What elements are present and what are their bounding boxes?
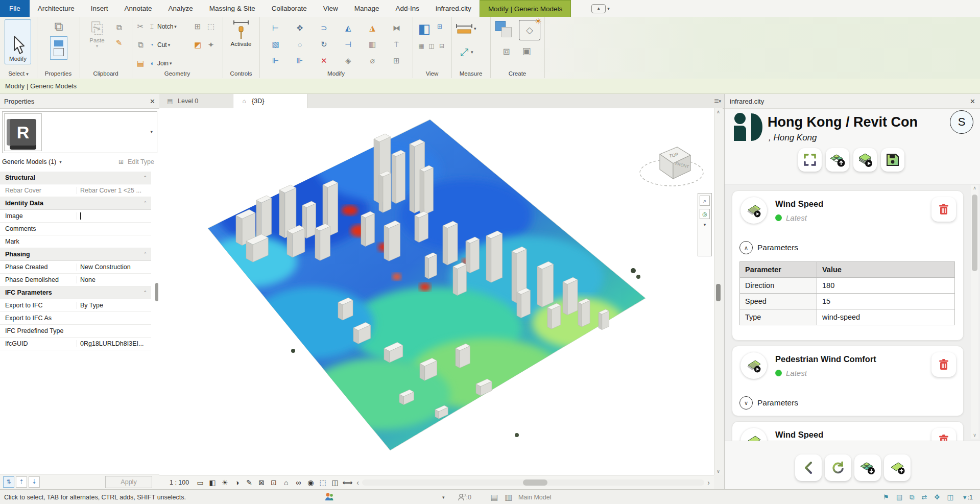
properties-close-icon[interactable]: ✕ <box>150 98 155 105</box>
active-workset-label[interactable]: Main Model <box>518 494 552 501</box>
array-group-icon[interactable]: ⊞ <box>391 55 402 66</box>
view-box-icon[interactable]: ◧ <box>417 21 432 36</box>
trim-icon[interactable]: ⊣ <box>343 39 354 50</box>
worksharing-icon[interactable] <box>324 492 335 502</box>
tab-analyze[interactable]: Analyze <box>160 0 201 17</box>
mirror-draw-icon[interactable]: ◮ <box>367 22 378 34</box>
section-identity-data[interactable]: Identity Data⌃ <box>0 197 151 210</box>
rotate-icon[interactable]: ↻ <box>318 39 329 50</box>
tab-view[interactable]: View <box>315 0 346 17</box>
create-assembly-icon[interactable] <box>495 21 513 38</box>
circle-tool-icon[interactable]: ◌ <box>294 39 305 50</box>
wall-opening-icon[interactable]: ⬚ <box>205 21 217 32</box>
tab-architecture[interactable]: Architecture <box>30 0 83 17</box>
extend-icon[interactable]: ⊪ <box>294 55 305 66</box>
navbar-expand-caret-icon[interactable]: ▾ <box>704 222 706 227</box>
viewport-vertical-scrollbar[interactable]: ∧ ∨ <box>714 108 723 475</box>
measure-constraints-icon[interactable]: ⟺ <box>341 478 353 487</box>
worksets-caret-icon[interactable]: ▾ <box>442 495 445 500</box>
expand-view-button[interactable] <box>798 148 822 172</box>
user-avatar[interactable]: S <box>950 110 973 134</box>
measure-button[interactable]: ▾ <box>456 23 476 34</box>
family-types-icon[interactable]: ⧉ <box>51 20 66 33</box>
demolish-hammer-icon[interactable]: ✦ <box>205 39 217 51</box>
mirror-axis-icon[interactable]: ◭ <box>343 22 354 34</box>
type-selector-value[interactable]: Generic Models (1) <box>2 158 56 165</box>
view-close-icon[interactable]: ⊟ <box>437 41 446 51</box>
tab-manage[interactable]: Manage <box>346 0 388 17</box>
view-split-icon[interactable]: ◫ <box>427 41 436 51</box>
copy-to-clipboard-icon[interactable]: ⧉ <box>113 22 125 33</box>
delete-card-button[interactable] <box>931 352 956 377</box>
create-parts-icon[interactable]: ⧈ <box>499 45 514 57</box>
type-filter-caret-icon[interactable]: ▾ <box>59 159 62 164</box>
run-analysis-button[interactable] <box>853 148 877 172</box>
ribbon-collapse-icon[interactable]: ▲ <box>591 4 606 13</box>
match-type-icon[interactable]: ✎ <box>113 37 125 49</box>
ribbon-state-toggle[interactable]: ▲ ▾ <box>591 0 610 17</box>
sun-settings-icon[interactable]: ☀ <box>219 478 231 487</box>
property-row[interactable]: IfcGUID0Rg18LURLDh8I3EI... <box>0 338 151 350</box>
viewport-horizontal-scrollbar[interactable] <box>362 479 704 486</box>
cope-icon[interactable]: ⊞ <box>192 21 203 32</box>
scroll-down-icon[interactable]: ∨ <box>715 469 721 474</box>
scroll-thumb[interactable] <box>716 284 721 301</box>
scroll-thumb[interactable] <box>972 195 977 271</box>
aligned-dimension-button[interactable]: ⤢ ▾ <box>459 46 473 58</box>
split-icon[interactable]: ⧓ <box>391 22 402 34</box>
tab-modify-generic-models[interactable]: Modify | Generic Models <box>480 0 571 17</box>
selection-filter[interactable]: ▼ :1 <box>962 494 973 501</box>
group-label-select[interactable]: Select ▾ <box>0 70 37 77</box>
property-row[interactable]: Export to IFC As <box>0 312 151 325</box>
offset-icon[interactable]: ⊃ <box>318 22 329 34</box>
table-row[interactable]: Typewind-speed <box>740 309 955 325</box>
paste-button[interactable]: ⎘ Paste ▾ <box>84 19 110 49</box>
editing-requests[interactable]: :0 <box>458 493 471 501</box>
card-list-scrollbar[interactable]: ∧ ∨ <box>971 185 978 439</box>
section-phasing[interactable]: Phasing⌃ <box>0 248 151 261</box>
design-options-icon[interactable]: ⚑ <box>883 493 889 501</box>
section-ifc-parameters[interactable]: IFC Parameters⌃ <box>0 286 151 299</box>
property-row[interactable]: Export to IFCBy Type <box>0 299 151 312</box>
refresh-button[interactable] <box>825 454 851 481</box>
parameters-toggle[interactable]: ∨ Parameters <box>739 396 798 410</box>
exclude-options-icon[interactable]: ▤ <box>896 493 902 501</box>
properties-scrollbar-thumb[interactable] <box>155 283 158 301</box>
detail-level-icon[interactable]: ◧ <box>206 478 219 487</box>
tab-collaborate[interactable]: Collaborate <box>264 0 315 17</box>
scroll-up-icon[interactable]: ∧ <box>971 185 978 190</box>
workset-list-icon[interactable]: ▥ <box>503 492 514 503</box>
analysis-card-wind-speed-2[interactable]: Wind Speed <box>732 421 964 441</box>
download-model-button[interactable] <box>854 454 881 481</box>
steering-wheel-icon[interactable]: ◎ <box>700 209 710 219</box>
tab-file[interactable]: File <box>0 0 30 17</box>
property-row[interactable]: Image <box>0 210 151 223</box>
displacement-icon[interactable]: ◫ <box>329 478 341 487</box>
property-row[interactable]: IFC Predefined Type <box>0 325 151 338</box>
apply-button[interactable]: Apply <box>105 476 152 488</box>
table-row[interactable]: Speed15 <box>740 294 955 309</box>
tab-add-ins[interactable]: Add-Ins <box>388 0 428 17</box>
modify-tool-button[interactable]: Modify <box>5 19 31 64</box>
property-row[interactable]: Phase DemolishedNone <box>0 274 151 286</box>
view-tab-level0[interactable]: ▤ Level 0 <box>159 94 233 108</box>
cut-control[interactable]: ⧉ ◔ Cut ▾ <box>135 39 170 51</box>
drag-elements-icon[interactable]: ◫ <box>947 493 953 501</box>
crop-view-off-icon[interactable]: ⊠ <box>255 478 268 487</box>
view-grid-icon[interactable]: ⊞ <box>435 22 444 31</box>
tab-massing-site[interactable]: Massing & Site <box>201 0 264 17</box>
create-group-button[interactable]: ◇ ☀ <box>519 20 540 40</box>
property-row[interactable]: Comments <box>0 223 151 235</box>
delete-card-button[interactable] <box>931 197 956 222</box>
worksets-dialog-icon[interactable]: ▤ <box>489 492 500 503</box>
table-row[interactable]: Direction180 <box>740 278 955 294</box>
view-scale-label[interactable]: 1 : 100 <box>170 479 189 486</box>
edit-type-button[interactable]: ⊞ Edit Type <box>116 157 156 166</box>
type-preview-box[interactable]: R ▾ <box>2 111 157 153</box>
sort-descending-button[interactable]: ⇣ <box>29 476 40 488</box>
navigation-bar[interactable]: ⌕ ◎ ▾ <box>698 193 712 256</box>
crop-region-icon[interactable]: ⊡ <box>268 478 280 487</box>
viewcube[interactable]: TOP FRONT <box>633 137 710 193</box>
image-value-input[interactable] <box>80 212 81 220</box>
property-row[interactable]: Phase CreatedNew Construction <box>0 261 151 274</box>
